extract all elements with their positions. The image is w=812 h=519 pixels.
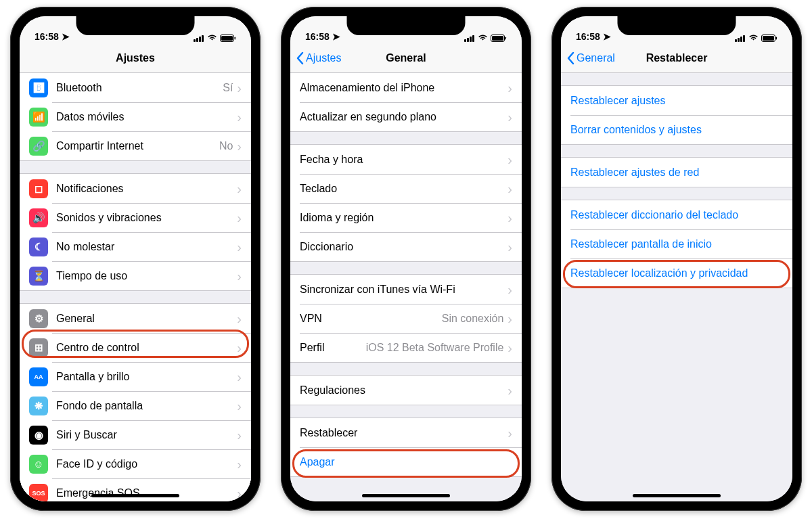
row-label: Fecha y hora xyxy=(300,154,508,166)
row-compartir-internet[interactable]: 🔗Compartir InternetNo› xyxy=(20,131,251,160)
row-face-id-y-c-digo[interactable]: ☺︎Face ID y código› xyxy=(20,449,251,478)
chevron-icon: › xyxy=(508,211,512,225)
row-label: Pantalla y brillo xyxy=(56,371,237,383)
row-tiempo-de-uso[interactable]: ⏳Tiempo de uso› xyxy=(20,261,251,290)
wall-icon: ❋ xyxy=(29,397,48,415)
row-label: Restablecer pantalla de inicio xyxy=(570,238,783,250)
hour-icon: ⏳ xyxy=(29,267,48,286)
row-borrar-contenidos-y-ajustes[interactable]: Borrar contenidos y ajustes xyxy=(561,115,792,144)
phone-1: 16:58 ➤ Ajustes🅱︎BluetoothSí›📶Datos móvi… xyxy=(10,7,261,511)
row-restablecer-pantalla-de-inicio[interactable]: Restablecer pantalla de inicio xyxy=(561,229,792,258)
row-teclado[interactable]: Teclado› xyxy=(290,174,522,203)
chevron-icon: › xyxy=(508,153,512,166)
row-label: Tiempo de uso xyxy=(56,270,237,282)
home-indicator[interactable] xyxy=(91,494,179,497)
row-sonidos-y-vibraciones[interactable]: 🔊Sonidos y vibraciones› xyxy=(20,203,251,232)
row-label: Idioma y región xyxy=(300,212,508,224)
chevron-icon: › xyxy=(508,240,512,254)
row-label: Fondo de pantalla xyxy=(56,400,237,412)
chevron-icon: › xyxy=(508,384,512,397)
chevron-icon: › xyxy=(508,426,512,440)
chevron-icon: › xyxy=(237,240,242,254)
home-indicator[interactable] xyxy=(362,494,450,497)
status-icons xyxy=(194,35,236,42)
row-pantalla-y-brillo[interactable]: AAPantalla y brillo› xyxy=(20,362,251,391)
row-siri-y-buscar[interactable]: ◉Siri y Buscar› xyxy=(20,420,251,449)
row-value: iOS 12 Beta Software Profile xyxy=(366,342,504,354)
svg-rect-14 xyxy=(735,39,737,42)
row-label: No molestar xyxy=(56,241,237,253)
nav-bar: Ajustes xyxy=(20,43,251,73)
row-label: General xyxy=(56,313,237,325)
row-datos-m-viles[interactable]: 📶Datos móviles› xyxy=(20,102,251,131)
svg-rect-1 xyxy=(196,38,198,42)
nav-title: Ajustes xyxy=(116,52,155,64)
chevron-icon: › xyxy=(237,182,242,196)
svg-rect-9 xyxy=(470,37,472,42)
content[interactable]: 🅱︎BluetoothSí›📶Datos móviles›🔗Compartir … xyxy=(20,73,251,501)
content[interactable]: Almacenamiento del iPhone›Actualizar en … xyxy=(290,73,522,501)
row-bluetooth[interactable]: 🅱︎BluetoothSí› xyxy=(20,73,251,102)
row-general[interactable]: ⚙︎General› xyxy=(20,304,251,333)
row-fecha-y-hora[interactable]: Fecha y hora› xyxy=(290,145,522,174)
row-restablecer-ajustes[interactable]: Restablecer ajustes xyxy=(561,86,792,115)
svg-rect-7 xyxy=(464,39,466,42)
row-label: Almacenamiento del iPhone xyxy=(300,82,508,94)
aa-icon: AA xyxy=(29,367,48,386)
status-icons xyxy=(735,35,777,42)
row-label: Perfil xyxy=(300,342,366,354)
svg-rect-20 xyxy=(763,36,774,41)
link-icon: 🔗 xyxy=(29,137,48,156)
row-label: Teclado xyxy=(300,183,508,195)
row-restablecer-diccionario-del-teclado[interactable]: Restablecer diccionario del teclado xyxy=(561,200,792,229)
chevron-icon: › xyxy=(508,312,512,325)
back-button[interactable]: Ajustes xyxy=(296,43,341,73)
chevron-icon: › xyxy=(237,211,242,225)
row-label: Sincronizar con iTunes vía Wi-Fi xyxy=(300,284,508,296)
svg-rect-3 xyxy=(202,35,204,42)
row-value: Sin conexión xyxy=(442,313,504,325)
row-apagar[interactable]: Apagar xyxy=(290,447,522,476)
content[interactable]: Restablecer ajustesBorrar contenidos y a… xyxy=(561,73,792,501)
svg-rect-8 xyxy=(467,38,469,42)
row-regulaciones[interactable]: Regulaciones› xyxy=(290,376,522,405)
home-indicator[interactable] xyxy=(633,494,721,497)
row-no-molestar[interactable]: ☾No molestar› xyxy=(20,232,251,261)
row-sincronizar-con-itunes-v-a-wi-fi[interactable]: Sincronizar con iTunes vía Wi-Fi› xyxy=(290,275,522,304)
row-label: Restablecer localización y privacidad xyxy=(570,267,783,279)
sound-icon: 🔊 xyxy=(29,208,48,227)
phone-2: 16:58 ➤ AjustesGeneralAlmacenamiento del… xyxy=(281,7,531,511)
row-actualizar-en-segundo-plano[interactable]: Actualizar en segundo plano› xyxy=(290,102,522,131)
chevron-icon: › xyxy=(508,182,512,196)
chevron-icon: › xyxy=(237,312,242,325)
row-fondo-de-pantalla[interactable]: ❋Fondo de pantalla› xyxy=(20,391,251,420)
face-icon: ☺︎ xyxy=(29,455,48,474)
status-time: 16:58 ➤ xyxy=(305,31,340,42)
row-vpn[interactable]: VPNSin conexión› xyxy=(290,304,522,333)
row-label: Bluetooth xyxy=(56,82,223,94)
row-restablecer-localizaci-n-y-privacidad[interactable]: Restablecer localización y privacidad xyxy=(561,258,792,288)
nav-bar: GeneralRestablecer xyxy=(561,43,792,73)
bell-icon: ◻︎ xyxy=(29,179,48,198)
row-label: Face ID y código xyxy=(56,458,237,470)
svg-rect-0 xyxy=(194,39,196,42)
row-restablecer-ajustes-de-red[interactable]: Restablecer ajustes de red xyxy=(561,158,792,187)
row-diccionario[interactable]: Diccionario› xyxy=(290,232,522,261)
row-perfil[interactable]: PerfiliOS 12 Beta Software Profile› xyxy=(290,333,522,362)
row-centro-de-control[interactable]: ⊞Centro de control› xyxy=(20,333,251,362)
row-restablecer[interactable]: Restablecer› xyxy=(290,418,522,447)
row-almacenamiento-del-iphone[interactable]: Almacenamiento del iPhone› xyxy=(290,73,522,102)
row-emergencia-sos[interactable]: SOSEmergencia SOS› xyxy=(20,478,251,501)
b-icon: 🅱︎ xyxy=(29,78,48,97)
chevron-icon: › xyxy=(237,269,242,283)
chevron-icon: › xyxy=(237,487,242,500)
row-idioma-y-regi-n[interactable]: Idioma y región› xyxy=(290,203,522,232)
nav-bar: AjustesGeneral xyxy=(290,43,522,73)
back-button[interactable]: General xyxy=(566,43,615,73)
siri-icon: ◉ xyxy=(29,426,48,445)
row-label: Restablecer diccionario del teclado xyxy=(570,209,783,221)
row-notificaciones[interactable]: ◻︎Notificaciones› xyxy=(20,174,251,203)
ant-icon: 📶 xyxy=(29,108,48,127)
svg-rect-13 xyxy=(492,36,503,41)
row-label: Centro de control xyxy=(56,342,237,354)
